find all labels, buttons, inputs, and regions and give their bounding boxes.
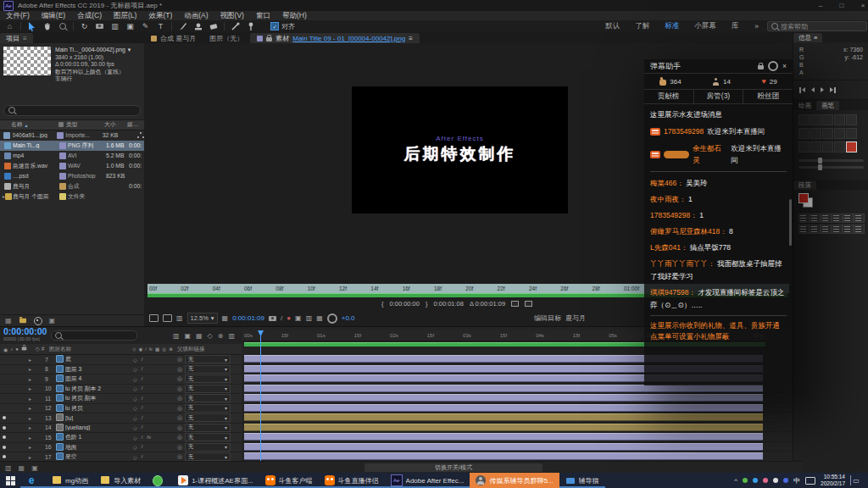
workspace-overflow-icon[interactable] — [747, 22, 766, 30]
label-color-swatch[interactable] — [59, 183, 66, 190]
menu-item[interactable]: 动画(A) — [178, 11, 214, 21]
label-column-icon[interactable] — [36, 346, 40, 352]
quality-toggle-icon[interactable] — [133, 435, 137, 441]
project-search-input[interactable] — [3, 105, 141, 116]
expand-icon[interactable] — [29, 376, 36, 382]
layer-name[interactable]: 图层 3 — [65, 365, 133, 374]
danmaku-tab[interactable]: 贡献榜 — [644, 90, 694, 103]
align-button[interactable] — [798, 225, 810, 234]
parent-select[interactable]: 无 — [185, 365, 231, 374]
menu-item[interactable]: 文件(F) — [0, 11, 36, 21]
taskbar-item[interactable]: 导入素材 — [94, 473, 147, 488]
taskbar-item[interactable]: 1-课程概述AE界面... — [172, 473, 259, 488]
taskbar-item[interactable]: mg动画 — [46, 473, 94, 488]
taskbar-item[interactable]: 斗鱼直播伴侣 — [319, 473, 385, 488]
toggle-switches-modes-button[interactable]: 切换开关/模式 — [364, 463, 542, 472]
menu-item[interactable]: 帮助(H) — [276, 11, 313, 21]
visibility-toggle[interactable] — [0, 426, 8, 430]
viewer-timecode[interactable]: 0:00:01:09 — [232, 314, 264, 322]
quality-slash-icon[interactable] — [142, 435, 143, 441]
parent-select[interactable]: 无 — [185, 433, 231, 441]
tab-paragraph[interactable]: 段落 — [793, 180, 816, 190]
quality-toggle-icon[interactable] — [133, 405, 137, 411]
taskbar-item[interactable]: Ae Adobe After Effec... — [385, 473, 470, 488]
expand-icon[interactable] — [29, 454, 36, 460]
magnification-select[interactable]: 12.5% — [187, 313, 218, 324]
align-button[interactable] — [810, 225, 821, 234]
hand-tool-icon[interactable] — [40, 21, 54, 32]
label-color-swatch[interactable] — [59, 193, 66, 200]
layer-name[interactable]: lu 拷贝 副本 2 — [65, 385, 133, 393]
exposure-value[interactable]: +0.0 — [342, 314, 355, 322]
layer-duration-bar[interactable] — [244, 413, 763, 421]
visibility-toggle[interactable] — [0, 407, 8, 410]
align-button[interactable] — [843, 225, 854, 234]
align-button[interactable] — [843, 214, 854, 223]
out-bracket-icon[interactable] — [426, 300, 428, 308]
layer-name[interactable]: 地面 — [65, 443, 133, 452]
clone-stamp-tool-icon[interactable] — [191, 21, 205, 32]
menu-item[interactable]: 效果(T) — [142, 11, 178, 21]
username[interactable]: 俯瞰罗马尼亚森林418： — [650, 227, 727, 236]
quality-slash-icon[interactable] — [142, 366, 143, 372]
overlay-edit-icon[interactable] — [525, 301, 532, 307]
brush-preset[interactable] — [822, 128, 833, 139]
label-color-swatch[interactable] — [59, 173, 66, 180]
quality-slash-icon[interactable] — [142, 396, 143, 402]
quality-slash-icon[interactable] — [142, 357, 143, 363]
type-tool-icon[interactable] — [153, 21, 168, 32]
quality-slash-icon[interactable] — [142, 454, 143, 460]
layer-row[interactable]: 13 [lu] 无 — [0, 413, 242, 424]
collapse-switch-icon[interactable] — [138, 347, 142, 352]
label-color-swatch[interactable] — [57, 132, 64, 139]
menu-item[interactable]: 编辑(E) — [36, 11, 71, 21]
tab-footage[interactable]: 素材 Main Title 09 - 01_[00004-00042].png — [250, 33, 420, 43]
quality-slash-icon[interactable] — [142, 444, 143, 450]
expand-icon[interactable] — [29, 435, 36, 441]
brush-preset[interactable] — [822, 114, 833, 125]
tray-expand-icon[interactable] — [734, 477, 737, 485]
layer-name[interactable]: [yueliang] — [65, 424, 133, 430]
align-button[interactable] — [821, 225, 832, 234]
layer-name[interactable]: lu 拷贝 — [65, 404, 133, 413]
brush-preset[interactable] — [834, 141, 845, 152]
transparency-grid-icon[interactable] — [316, 314, 323, 322]
workspace-tab[interactable]: 了解 — [627, 21, 657, 31]
fill-stroke-swatches[interactable] — [798, 193, 812, 207]
username[interactable]: 琪琪947598： — [650, 288, 696, 297]
workspace-tab[interactable]: 小屏幕 — [687, 21, 724, 31]
motion-blur-switch-icon[interactable] — [162, 347, 166, 352]
channel-icon[interactable] — [176, 314, 183, 322]
quality-toggle-icon[interactable] — [133, 385, 137, 391]
edit-target-value[interactable]: 鹿与月 — [565, 313, 586, 323]
menu-item[interactable]: 合成(C) — [71, 11, 108, 21]
expand-layer-switches-icon[interactable] — [5, 464, 12, 472]
layer-name[interactable]: 星空 — [65, 452, 133, 461]
tab-project[interactable]: 项目 — [0, 33, 33, 43]
workspace-tab[interactable]: 库 — [724, 21, 747, 31]
taskbar-item[interactable]: 传媒系辅导员群聊5... — [470, 473, 559, 488]
layer-row[interactable]: 11 lu 拷贝 副本 无 — [0, 394, 242, 404]
align-button[interactable] — [821, 214, 832, 223]
quality-toggle-icon[interactable] — [133, 396, 137, 402]
video-column-icon[interactable] — [3, 347, 8, 352]
brush-preset[interactable] — [846, 114, 857, 125]
parent-select[interactable]: 无 — [185, 424, 231, 432]
maximize-button[interactable] — [833, 2, 850, 9]
layer-row[interactable]: 12 lu 拷贝 无 — [0, 404, 242, 414]
layer-row[interactable]: 15 色阶 1 无 — [0, 433, 242, 443]
project-row[interactable]: 0406a91...jpg Importe... 32 KB — [0, 130, 144, 141]
align-button[interactable] — [798, 214, 810, 223]
tab-brushes[interactable]: 画笔 — [816, 101, 839, 110]
current-time-display[interactable]: 0:00:00:00 00000 (30.00 fps) — [3, 328, 47, 343]
align-button[interactable] — [854, 225, 865, 234]
align-toggle[interactable]: 对齐 — [270, 22, 295, 31]
project-row[interactable]: Main Ti...g PNG 序列 1.6 MB 0:00: — [0, 141, 144, 151]
danmaku-tab[interactable]: 粉丝团 — [743, 90, 793, 103]
expand-icon[interactable] — [29, 405, 36, 411]
project-row[interactable]: mp4 AVI 5.2 MB 0:00: — [0, 151, 144, 161]
new-composition-icon[interactable] — [34, 317, 42, 325]
playhead[interactable] — [260, 330, 261, 461]
lock-column-icon[interactable] — [22, 347, 27, 350]
frame-blending-icon[interactable] — [208, 332, 213, 340]
